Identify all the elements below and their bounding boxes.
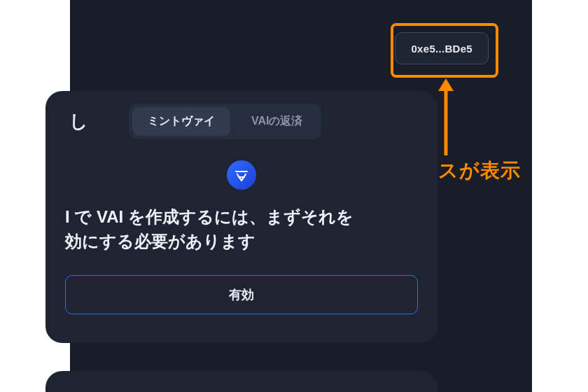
wallet-address-text: 0xe5...BDe5 xyxy=(411,43,472,55)
enable-message: I で VAI を作成するには、まずそれを 効にする必要があります xyxy=(65,205,418,254)
enable-button-label: 有効 xyxy=(229,288,254,302)
card-heading-fragment: し xyxy=(69,109,88,134)
wallet-address-pill[interactable]: 0xe5...BDe5 xyxy=(395,32,489,64)
tab-repay-vai[interactable]: VAIの返済 xyxy=(236,107,318,136)
vai-token-icon xyxy=(227,160,256,190)
vai-tabs: ミントヴァイ VAIの返済 xyxy=(129,104,321,139)
card-header-row: し ミントヴァイ VAIの返済 xyxy=(65,104,418,139)
app-background: 0xe5...BDe5 アドレスが表示 し ミントヴァイ VAIの返済 xyxy=(70,0,532,392)
svg-marker-1 xyxy=(438,78,454,91)
annotation-arrow-icon xyxy=(435,78,456,155)
vai-card: し ミントヴァイ VAIの返済 I で VAI を作成するには、まずそれを 効に… xyxy=(46,91,438,343)
token-icon-wrap xyxy=(65,160,418,190)
enable-button[interactable]: 有効 xyxy=(65,275,418,314)
tab-mint-vai[interactable]: ミントヴァイ xyxy=(132,107,230,136)
secondary-card xyxy=(46,371,438,392)
